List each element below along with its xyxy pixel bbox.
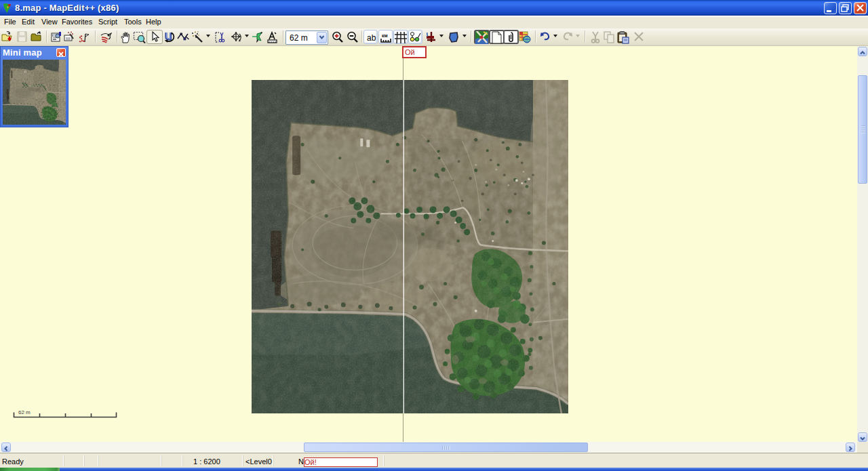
svg-text:км: км [382, 33, 388, 38]
